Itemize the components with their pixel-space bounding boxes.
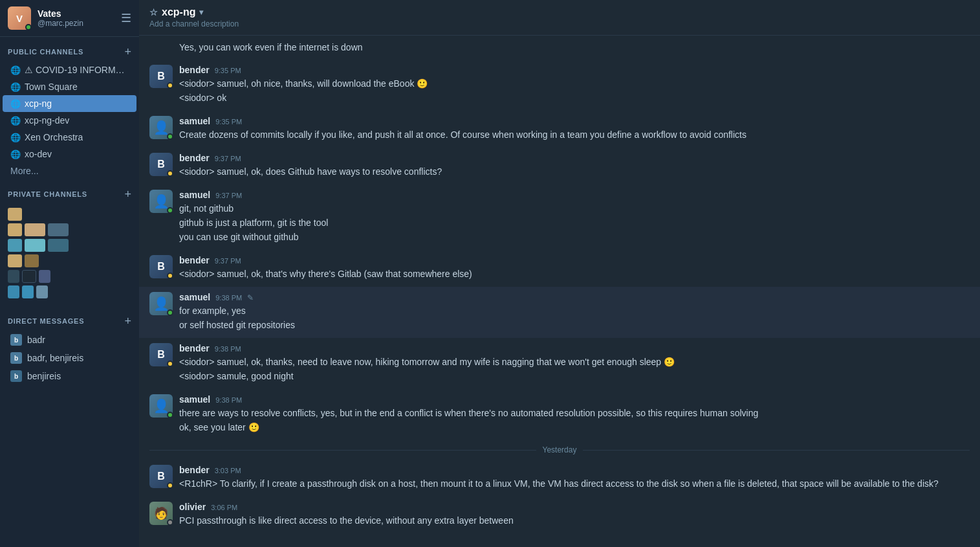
sidebar-item-xcp-ng[interactable]: 🌐 xcp-ng (3, 95, 136, 112)
channel-description[interactable]: Add a channel description (149, 19, 239, 28)
message-content: bender 9:37 PM <siodor> samuel, ok, does… (179, 153, 970, 179)
avatar: 👤 (149, 394, 173, 418)
message-text: Create dozens of commits locally if you … (179, 128, 970, 142)
more-channels-link[interactable]: More... (3, 162, 136, 179)
list-item[interactable] (8, 270, 131, 283)
avatar: B (149, 153, 173, 176)
globe-icon: 🌐 (10, 99, 21, 109)
user-name: Vates (38, 8, 114, 19)
user-handle: @marc.pezin (38, 19, 114, 28)
add-private-channel-button[interactable]: + (124, 188, 131, 200)
avatar: B (149, 465, 173, 488)
dm-item-badr-benjireis[interactable]: b badr, benjireis (3, 349, 136, 367)
globe-icon: 🌐 (10, 116, 21, 126)
star-icon[interactable]: ☆ (149, 7, 158, 17)
globe-icon: 🌐 (10, 65, 21, 75)
message-time: 9:37 PM (215, 155, 241, 162)
color-swatch (8, 254, 22, 267)
message-content: Yes, you can work even if the internet i… (179, 41, 970, 54)
message-header: bender 9:37 PM (179, 153, 970, 163)
date-divider: Yesterday (139, 440, 980, 460)
message-text: <siodor> samuel, ok, that's why there's … (179, 267, 970, 281)
sidebar-item-town-square[interactable]: 🌐 Town Square (3, 78, 136, 95)
chevron-down-icon[interactable]: ▾ (199, 8, 203, 17)
dm-item-benjireis[interactable]: b benjireis (3, 367, 136, 385)
color-swatch (48, 239, 69, 252)
avatar: b (10, 370, 22, 382)
color-swatch (22, 285, 34, 298)
status-dot (167, 273, 173, 279)
channel-title: ☆ xcp-ng ▾ (149, 6, 239, 18)
sidebar-item-xcp-ng-dev[interactable]: 🌐 xcp-ng-dev (3, 112, 136, 129)
globe-icon: 🌐 (10, 82, 21, 92)
message-author: samuel (179, 292, 210, 302)
message-time: 9:38 PM (215, 396, 242, 404)
list-item[interactable] (8, 208, 131, 221)
table-row: B bender 9:37 PM <siodor> samuel, ok, do… (139, 148, 980, 184)
dm-section: DIRECT MESSAGES + b badr b badr, benjire… (0, 306, 139, 385)
channel-label: Xen Orchestra (25, 132, 83, 142)
channel-label: xcp-ng (25, 98, 52, 109)
private-channels-header: PRIVATE CHANNELS + (0, 179, 139, 204)
channel-label: Town Square (25, 82, 78, 92)
list-item[interactable] (8, 285, 131, 298)
message-content: samuel 9:37 PM git, not github github is… (179, 190, 970, 245)
message-header: bender 9:35 PM (179, 65, 970, 75)
list-item[interactable] (8, 254, 131, 267)
status-dot (167, 519, 173, 526)
color-swatch (8, 208, 22, 221)
status-dot (167, 133, 173, 140)
dm-label: DIRECT MESSAGES (8, 317, 84, 325)
message-text: git, not github github is just a platfor… (179, 202, 970, 244)
message-content: samuel 9:35 PM Create dozens of commits … (179, 116, 970, 142)
channel-name: xcp-ng (162, 6, 195, 18)
dm-item-badr[interactable]: b badr (3, 331, 136, 349)
sidebar-item-xen-orchestra[interactable]: 🌐 Xen Orchestra (3, 129, 136, 146)
message-author: samuel (179, 116, 210, 126)
message-time: 3:03 PM (215, 467, 241, 474)
table-row: B bender 9:37 PM <siodor> samuel, ok, th… (139, 250, 980, 287)
channel-label: ⚠ COVID-19 INFORMAT... (25, 65, 129, 75)
message-text: <siodor> samuel, oh nice, thanks, will d… (179, 77, 970, 105)
message-text: <R1chR> To clarify, if I create a passth… (179, 477, 970, 491)
hamburger-icon[interactable]: ☰ (121, 11, 131, 25)
message-content: bender 9:38 PM <siodor> samuel, ok, than… (179, 343, 970, 384)
status-dot (167, 207, 173, 214)
avatar: 🧑 (149, 502, 173, 525)
color-swatch (8, 285, 19, 298)
color-swatch (25, 223, 45, 236)
channel-label: xcp-ng-dev (25, 115, 69, 126)
add-dm-button[interactable]: + (124, 315, 131, 327)
status-dot (167, 361, 173, 367)
private-channels-label: PRIVATE CHANNELS (8, 190, 87, 198)
color-swatch (39, 270, 50, 283)
status-dot (167, 82, 173, 89)
message-time: 9:38 PM (215, 294, 242, 302)
message-content: samuel 9:38 PM ✎ for example, yes or sel… (179, 292, 970, 333)
table-row: B bender 9:38 PM <siodor> samuel, ok, th… (139, 338, 980, 389)
message-text: PCI passthrough is like direct access to… (179, 514, 970, 528)
globe-icon: 🌐 (10, 150, 21, 159)
dm-name: badr (27, 335, 45, 345)
edit-icon: ✎ (247, 293, 254, 302)
divider-line (583, 450, 970, 451)
sidebar-item-xo-dev[interactable]: 🌐 xo-dev (3, 146, 136, 162)
list-item[interactable] (8, 239, 131, 252)
message-continuation: Yes, you can work even if the internet i… (139, 36, 980, 60)
list-item[interactable] (8, 223, 131, 236)
table-row: 👤 samuel 9:37 PM git, not github github … (139, 184, 980, 250)
status-dot (167, 309, 173, 316)
sidebar-item-covid[interactable]: 🌐 ⚠ COVID-19 INFORMAT... (3, 61, 136, 78)
add-public-channel-button[interactable]: + (124, 46, 131, 58)
sidebar: V Vates @marc.pezin ☰ PUBLIC CHANNELS + … (0, 0, 139, 547)
message-header: samuel 9:38 PM ✎ (179, 292, 970, 302)
table-row: 👤 samuel 9:38 PM there are ways to resol… (139, 389, 980, 440)
avatar: B (149, 255, 173, 278)
message-header: bender 3:03 PM (179, 465, 970, 475)
message-author: olivier (179, 502, 206, 512)
message-text: for example, yes or self hosted git repo… (179, 304, 970, 332)
divider-line (149, 450, 536, 451)
dm-name: badr, benjireis (27, 353, 83, 363)
avatar: b (10, 334, 22, 346)
message-time: 9:35 PM (215, 118, 242, 126)
